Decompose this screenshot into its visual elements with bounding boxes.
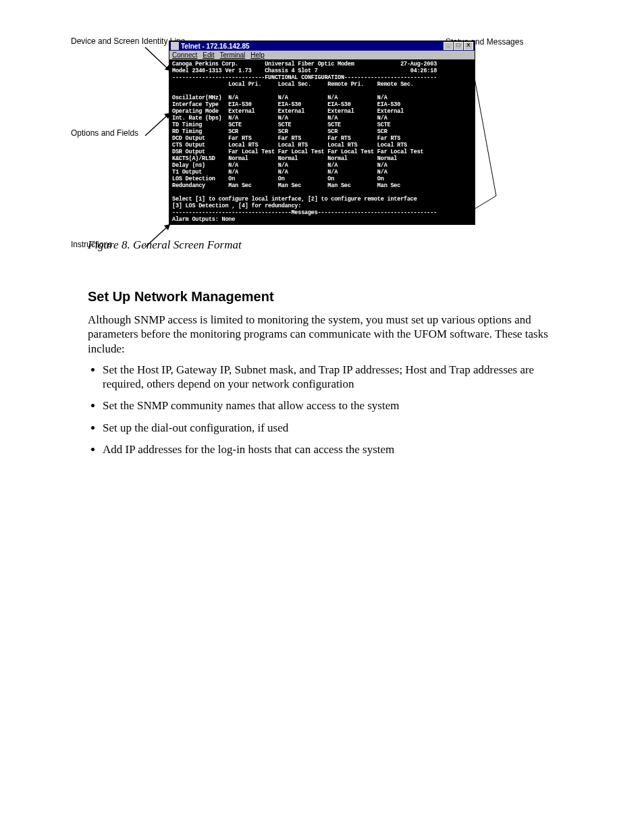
titlebar: Telnet - 172.16.142.85 _ □ X — [169, 41, 475, 51]
terminal-content: Canoga Perkins Corp. Universal Fiber Opt… — [169, 59, 475, 224]
svg-marker-5 — [164, 224, 170, 230]
svg-line-2 — [145, 113, 170, 136]
titlebar-text: Telnet - 172.16.142.85 — [181, 43, 444, 50]
annotation-instructions: Instructions — [71, 240, 112, 249]
list-item: Add IP addresses for the log-in hosts th… — [103, 442, 576, 457]
bullet-list: Set the Host IP, Gateway IP, Subnet mask… — [88, 363, 576, 457]
close-button[interactable]: X — [464, 42, 473, 50]
list-item: Set up the dial-out configuration, if us… — [103, 421, 576, 435]
annotation-options: Options and Fields — [71, 128, 138, 138]
maximize-button[interactable]: □ — [454, 42, 463, 50]
app-icon — [171, 42, 179, 50]
menu-connect[interactable]: Connect — [172, 51, 197, 59]
list-item: Set the SNMP community names that allow … — [103, 398, 576, 413]
minimize-button[interactable]: _ — [444, 42, 453, 50]
menu-help[interactable]: Help — [250, 51, 265, 59]
menu-terminal[interactable]: Terminal — [219, 51, 245, 59]
svg-line-0 — [145, 47, 170, 71]
menu-bar: Connect Edit Terminal Help — [169, 51, 475, 59]
figure-caption: Figure 8. General Screen Format — [88, 238, 576, 252]
list-item: Set the Host IP, Gateway IP, Subnet mask… — [103, 363, 576, 392]
section-paragraph: Although SNMP access is limited to monit… — [88, 313, 576, 356]
section-heading: Set Up Network Management — [88, 289, 576, 305]
menu-edit[interactable]: Edit — [203, 51, 214, 59]
terminal-window: Telnet - 172.16.142.85 _ □ X Connect Edi… — [169, 41, 475, 225]
